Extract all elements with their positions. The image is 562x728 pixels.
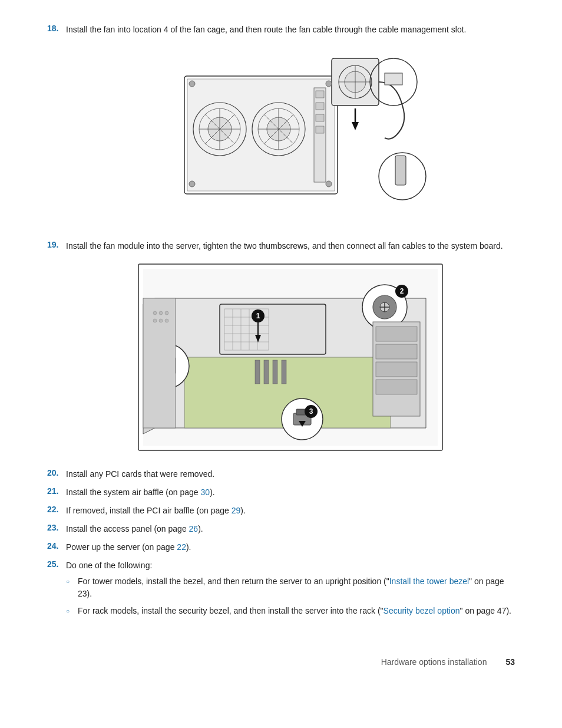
svg-rect-43 [273, 360, 277, 384]
step-23-number: 23. [47, 523, 66, 535]
step-25-number: 25. [47, 559, 66, 622]
step-18-text: Install the fan into location 4 of the f… [66, 24, 515, 36]
sub-step-tower-text: For tower models, install the bezel, and… [78, 575, 515, 600]
svg-text:3: 3 [309, 407, 313, 416]
svg-point-85 [153, 319, 157, 322]
sub-bullet-tower: ○ [66, 577, 73, 586]
step-19-diagram: 1 2 2 3 [137, 263, 444, 452]
step-25-text: Do one of the following: ○ For tower mod… [66, 559, 515, 622]
sub-step-rack-text: For rack models, install the security be… [78, 605, 511, 617]
svg-rect-44 [282, 360, 286, 384]
svg-rect-78 [376, 344, 417, 359]
svg-rect-45 [220, 304, 326, 354]
svg-rect-41 [255, 360, 260, 384]
svg-point-34 [189, 181, 195, 187]
svg-point-33 [326, 81, 332, 87]
svg-text:2: 2 [400, 287, 404, 295]
svg-rect-77 [376, 327, 417, 341]
step-25: 25. Do one of the following: ○ For tower… [47, 559, 515, 622]
svg-rect-81 [143, 298, 176, 428]
step-18-number: 18. [47, 24, 66, 36]
step-18-image [149, 47, 432, 223]
step-19-image: 1 2 2 3 [137, 263, 444, 452]
svg-rect-26 [395, 156, 406, 185]
step-23-text: Install the access panel (on page 26). [66, 523, 515, 535]
step-23: 23. Install the access panel (on page 26… [47, 523, 515, 535]
step-19-text: Install the fan module into the server, … [66, 240, 515, 252]
footer: Hardware options installation 53 [47, 657, 515, 667]
svg-point-35 [326, 181, 332, 187]
step-22: 22. If removed, install the PCI air baff… [47, 505, 515, 517]
svg-point-83 [159, 311, 163, 315]
step-19: 19. Install the fan module into the serv… [47, 240, 515, 252]
step-21-text: Install the system air baffle (on page 3… [66, 486, 515, 499]
step-24-link[interactable]: 22 [177, 542, 186, 552]
svg-rect-79 [376, 362, 417, 377]
svg-point-86 [159, 319, 163, 322]
install-tower-bezel-link[interactable]: Install the tower bezel [389, 577, 469, 586]
step-18-diagram [149, 47, 432, 223]
step-19-image-container: 1 2 2 3 [66, 263, 515, 452]
sub-step-tower: ○ For tower models, install the bezel, a… [66, 575, 515, 600]
svg-point-32 [189, 81, 195, 87]
footer-label: Hardware options installation [381, 657, 487, 667]
step-24: 24. Power up the server (on page 22). [47, 541, 515, 554]
svg-point-84 [165, 311, 168, 315]
sub-step-rack: ○ For rack models, install the security … [66, 605, 515, 617]
step-20: 20. Install any PCI cards that were remo… [47, 468, 515, 480]
step-20-number: 20. [47, 468, 66, 480]
step-18: 18. Install the fan into location 4 of t… [47, 24, 515, 36]
step-23-link[interactable]: 26 [189, 524, 199, 533]
svg-point-82 [153, 311, 157, 315]
svg-marker-22 [352, 122, 359, 130]
step-22-number: 22. [47, 505, 66, 517]
step-21-number: 21. [47, 486, 66, 499]
step-21: 21. Install the system air baffle (on pa… [47, 486, 515, 499]
sub-bullet-rack: ○ [66, 607, 73, 615]
svg-rect-42 [264, 360, 269, 384]
step-19-number: 19. [47, 240, 66, 252]
security-bezel-option-link[interactable]: Security bezel option [384, 606, 460, 615]
step-24-number: 24. [47, 541, 66, 554]
svg-rect-30 [316, 114, 324, 121]
svg-rect-28 [316, 91, 324, 98]
step-22-link[interactable]: 29 [232, 506, 241, 515]
svg-rect-31 [316, 126, 324, 133]
step-22-text: If removed, install the PCI air baffle (… [66, 505, 515, 517]
svg-rect-80 [376, 380, 417, 394]
step-21-link[interactable]: 30 [201, 487, 210, 497]
footer-page: 53 [505, 657, 515, 667]
svg-point-87 [165, 319, 168, 322]
svg-rect-27 [314, 88, 326, 182]
step-18-image-container [66, 47, 515, 223]
step-20-text: Install any PCI cards that were removed. [66, 468, 515, 480]
step-24-text: Power up the server (on page 22). [66, 541, 515, 554]
sub-steps-container: ○ For tower models, install the bezel, a… [66, 575, 515, 617]
svg-text:1: 1 [256, 312, 260, 320]
svg-rect-24 [385, 73, 402, 85]
svg-rect-29 [316, 103, 324, 110]
